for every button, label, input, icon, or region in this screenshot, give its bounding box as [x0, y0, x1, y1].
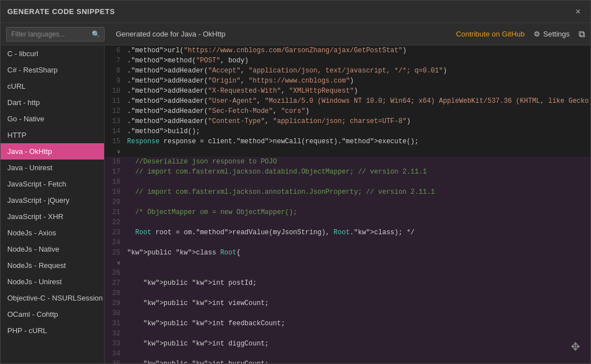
table-row: 33 "kw">public "kw">int diggCount;: [105, 339, 590, 349]
search-wrap: 🔍: [6, 27, 105, 42]
table-row: 25 ∨"kw">public "kw">class Root{: [105, 248, 590, 268]
app-window: GENERATE CODE SNIPPETS × 🔍 Generated cod…: [0, 0, 591, 364]
sidebar-item-nodejs-unirest[interactable]: NodeJs - Unirest: [1, 274, 104, 290]
sidebar: C - libcurlC# - RestSharpcURLDart - http…: [1, 46, 105, 363]
gear-icon: ⚙: [534, 30, 540, 38]
table-row: 28: [105, 288, 590, 298]
table-row: 22: [105, 217, 590, 228]
table-row: 6."method">url("https://www.cnblogs.com/…: [105, 46, 590, 56]
code-area[interactable]: 6."method">url("https://www.cnblogs.com/…: [105, 46, 590, 363]
sidebar-item-curl[interactable]: cURL: [1, 78, 104, 94]
title-bar: GENERATE CODE SNIPPETS ×: [1, 1, 590, 23]
fold-indicator[interactable]: ∨: [117, 149, 120, 155]
table-row: 20: [105, 197, 590, 207]
sidebar-item-php-curl[interactable]: PHP - cURL: [1, 322, 104, 339]
code-title: Generated code for Java - OkHttp: [116, 30, 450, 38]
table-row: 16 //Deserialize json response to POJO: [105, 157, 590, 167]
table-row: 11."method">addHeader("User-Agent", "Moz…: [105, 96, 590, 106]
table-row: 27 "kw">public "kw">int postId;: [105, 278, 590, 288]
table-row: 35 "kw">public "kw">int buryCount;: [105, 359, 590, 363]
table-row: 30: [105, 308, 590, 319]
table-row: 34: [105, 349, 590, 359]
table-row: 18: [105, 177, 590, 187]
code-table: 6."method">url("https://www.cnblogs.com/…: [105, 46, 590, 363]
sidebar-item-java-unirest[interactable]: Java - Unirest: [1, 160, 104, 176]
contribute-link[interactable]: Contribute on GitHub: [456, 30, 525, 38]
table-row: 23 Root root = om."method">readValue(myJ…: [105, 228, 590, 238]
table-row: 9."method">addHeader("Origin", "https://…: [105, 76, 590, 86]
sidebar-item-javascript-xhr[interactable]: JavaScript - XHR: [1, 208, 104, 225]
table-row: 13."method">addHeader("Content-Type", "a…: [105, 116, 590, 126]
settings-button[interactable]: ⚙ Settings: [534, 30, 570, 38]
table-row: 21 /* ObjectMapper om = new ObjectMapper…: [105, 207, 590, 217]
sidebar-item-java-okhttp[interactable]: Java - OkHttp: [1, 143, 104, 160]
sidebar-item-nodejs-request[interactable]: NodeJs - Request: [1, 257, 104, 274]
table-row: 17 // import com.fasterxml.jackson.datab…: [105, 167, 590, 177]
main-content: C - libcurlC# - RestSharpcURLDart - http…: [1, 46, 590, 363]
sidebar-item-ocaml-cohttp[interactable]: OCaml - Cohttp: [1, 306, 104, 322]
table-row: 12."method">addHeader("Sec-Fetch-Mode", …: [105, 106, 590, 116]
search-icon: 🔍: [92, 30, 100, 38]
toolbar: 🔍 Generated code for Java - OkHttp Contr…: [1, 23, 590, 46]
sidebar-item-nodejs-native[interactable]: NodeJs - Native: [1, 241, 104, 257]
copy-button[interactable]: ⧉: [579, 29, 585, 39]
table-row: 31 "kw">public "kw">int feedbackCount;: [105, 319, 590, 329]
settings-label: Settings: [543, 30, 570, 38]
sidebar-item-objc-nsurlsession[interactable]: Objective-C - NSURLSession: [1, 290, 104, 306]
sidebar-item-go-native[interactable]: Go - Native: [1, 111, 104, 127]
table-row: 24: [105, 238, 590, 248]
window-title: GENERATE CODE SNIPPETS: [7, 7, 115, 16]
table-row: 26: [105, 268, 590, 278]
fold-indicator[interactable]: ∨: [117, 260, 120, 266]
table-row: 29 "kw">public "kw">int viewCount;: [105, 298, 590, 308]
sidebar-item-javascript-jquery[interactable]: JavaScript - jQuery: [1, 192, 104, 208]
sidebar-item-c-restsharp[interactable]: C# - RestSharp: [1, 62, 104, 78]
table-row: 7."method">method("POST", body): [105, 56, 590, 66]
table-row: 19 // import com.fasterxml.jackson.annot…: [105, 187, 590, 197]
sidebar-item-nodejs-axios[interactable]: NodeJs - Axios: [1, 225, 104, 241]
toolbar-right: Contribute on GitHub ⚙ Settings ⧉: [456, 29, 585, 39]
move-icon[interactable]: ✥: [571, 340, 580, 353]
search-input[interactable]: [6, 27, 105, 42]
table-row: 15 ∨Response response = client."method">…: [105, 136, 590, 157]
sidebar-item-http[interactable]: HTTP: [1, 127, 104, 143]
close-button[interactable]: ×: [572, 6, 584, 17]
sidebar-item-dart-http[interactable]: Dart - http: [1, 94, 104, 111]
table-row: 14."method">build();: [105, 126, 590, 136]
table-row: 32: [105, 329, 590, 339]
table-row: 8."method">addHeader("Accept", "applicat…: [105, 66, 590, 76]
sidebar-item-javascript-fetch[interactable]: JavaScript - Fetch: [1, 176, 104, 192]
sidebar-item-c-libcurl[interactable]: C - libcurl: [1, 46, 104, 62]
table-row: 10."method">addHeader("X-Requested-With"…: [105, 86, 590, 96]
